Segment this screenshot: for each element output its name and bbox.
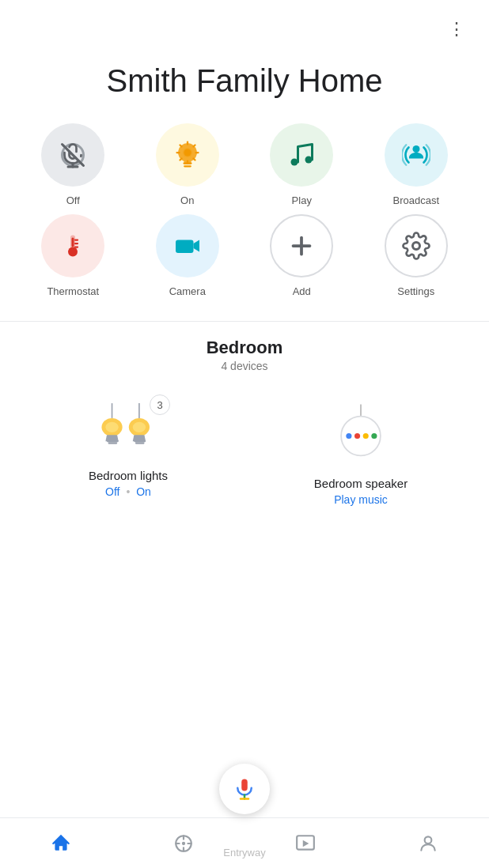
lights-status-on: On	[136, 485, 151, 498]
svg-point-55	[424, 836, 431, 843]
room-name: Bedroom	[0, 338, 489, 358]
action-settings[interactable]: Settings	[359, 214, 474, 297]
account-nav-icon	[418, 833, 438, 854]
header: ⋮	[0, 0, 489, 46]
media-nav-icon	[295, 833, 316, 854]
status-dot: •	[126, 485, 130, 498]
svg-point-41	[354, 433, 360, 439]
device-card-bedroom-speaker[interactable]: Bedroom speaker Play music	[248, 385, 473, 519]
lights-status-off: Off	[105, 485, 119, 498]
action-add[interactable]: Add	[244, 214, 359, 297]
svg-marker-24	[193, 240, 199, 252]
action-camera[interactable]: Camera	[131, 214, 245, 297]
action-off-label: Off	[66, 194, 80, 206]
svg-rect-18	[72, 238, 74, 247]
action-circle-on	[156, 123, 219, 187]
action-circle-thermostat	[41, 214, 104, 277]
nav-explore[interactable]	[157, 827, 210, 860]
svg-point-37	[133, 422, 146, 432]
svg-rect-32	[134, 440, 146, 442]
svg-rect-29	[107, 440, 119, 442]
svg-point-43	[371, 433, 377, 439]
voice-button-wrap	[219, 764, 270, 814]
nav-account[interactable]	[402, 827, 454, 860]
lights-icon-wrap: 3	[93, 401, 164, 459]
action-thermostat-label: Thermostat	[47, 285, 99, 297]
on-icon	[173, 141, 202, 169]
bottom-nav	[0, 817, 489, 868]
camera-icon	[173, 232, 202, 260]
action-broadcast-label: Broadcast	[392, 194, 439, 206]
action-thermostat[interactable]: Thermostat	[16, 214, 131, 297]
play-icon	[287, 141, 316, 169]
svg-point-36	[105, 422, 118, 432]
svg-rect-30	[108, 442, 117, 443]
action-circle-off	[41, 123, 104, 187]
device-card-bedroom-lights[interactable]: 3 Bedroom lights Off • On	[16, 385, 241, 519]
quick-actions-grid: Off On	[0, 123, 489, 313]
lights-badge: 3	[150, 394, 170, 415]
svg-marker-54	[303, 840, 309, 847]
broadcast-icon	[402, 141, 430, 169]
action-on[interactable]: On	[131, 123, 245, 206]
svg-line-12	[180, 158, 181, 160]
add-icon	[287, 232, 316, 260]
off-icon	[59, 141, 87, 169]
action-circle-play	[270, 123, 333, 187]
speaker-name: Bedroom speaker	[314, 477, 408, 490]
svg-point-40	[346, 433, 351, 439]
speaker-play-music: Play music	[334, 493, 388, 506]
svg-line-9	[193, 158, 195, 160]
action-circle-camera	[156, 214, 219, 277]
svg-point-27	[412, 243, 419, 250]
svg-line-13	[193, 145, 195, 146]
device-cards: 3 Bedroom lights Off • On Bedroom spe	[0, 385, 489, 582]
svg-rect-44	[241, 779, 248, 791]
speaker-action: Play music	[334, 493, 388, 506]
bedroom-speaker-icon	[329, 401, 392, 464]
action-off[interactable]: Off	[16, 123, 131, 206]
svg-point-5	[184, 149, 191, 157]
room-header: Bedroom 4 devices	[0, 338, 489, 372]
svg-point-48	[182, 841, 185, 844]
settings-icon	[402, 232, 430, 260]
svg-rect-23	[176, 240, 194, 254]
voice-button[interactable]	[219, 764, 270, 814]
nav-media[interactable]	[279, 827, 332, 860]
home-title: Smith Family Home	[0, 46, 489, 123]
svg-rect-33	[135, 442, 144, 443]
action-circle-add	[270, 214, 333, 277]
svg-point-16	[412, 145, 419, 153]
home-nav-icon	[51, 833, 71, 854]
svg-point-15	[305, 157, 313, 164]
svg-line-8	[180, 145, 181, 146]
svg-point-42	[363, 433, 369, 439]
action-play[interactable]: Play	[244, 123, 359, 206]
thermostat-icon	[59, 232, 87, 260]
svg-point-14	[291, 159, 298, 166]
room-device-count: 4 devices	[0, 360, 489, 372]
lights-name: Bedroom lights	[89, 469, 168, 482]
action-on-label: On	[180, 194, 194, 206]
nav-home[interactable]	[35, 827, 87, 860]
action-circle-settings	[385, 214, 448, 277]
explore-nav-icon	[173, 833, 194, 854]
action-broadcast[interactable]: Broadcast	[359, 123, 474, 206]
action-circle-broadcast	[385, 123, 448, 187]
section-divider	[0, 321, 489, 322]
lights-status: Off • On	[105, 485, 151, 498]
action-play-label: Play	[292, 194, 312, 206]
action-camera-label: Camera	[169, 285, 206, 297]
mic-icon	[233, 777, 256, 801]
speaker-icon-wrap	[329, 401, 392, 467]
svg-point-19	[68, 247, 78, 257]
action-add-label: Add	[293, 285, 311, 297]
more-options-button[interactable]: ⋮	[442, 13, 473, 46]
action-settings-label: Settings	[397, 285, 434, 297]
